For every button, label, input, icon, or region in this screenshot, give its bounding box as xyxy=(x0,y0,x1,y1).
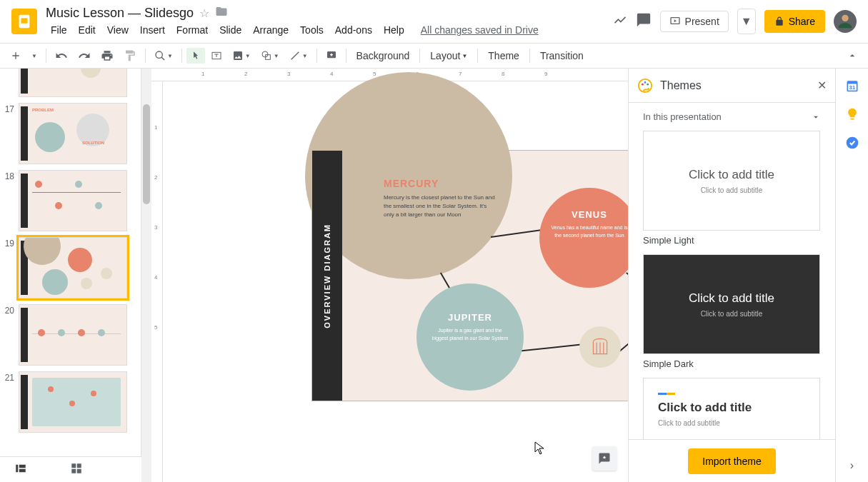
activity-icon[interactable] xyxy=(613,13,627,30)
present-dropdown[interactable]: ▼ xyxy=(737,9,756,34)
mercury-block[interactable]: MERCURY Mercury is the closest planet to… xyxy=(384,178,498,219)
slide-canvas[interactable]: 123456789 12345 OVERVIEW DIAGRAM MERCURY… xyxy=(141,69,628,482)
harp-icon[interactable] xyxy=(579,326,621,368)
svg-point-6 xyxy=(262,51,268,57)
share-label: Share xyxy=(789,16,815,27)
themes-panel: Themes ✕ In this presentation Click to a… xyxy=(628,69,835,482)
expand-panel-icon[interactable]: › xyxy=(850,459,854,472)
svg-point-4 xyxy=(156,51,162,58)
menu-bar: File Edit View Insert Format Slide Arran… xyxy=(46,21,613,39)
svg-rect-19 xyxy=(16,464,18,472)
menu-view[interactable]: View xyxy=(102,23,134,37)
present-button[interactable]: Present xyxy=(660,11,729,32)
menu-tools[interactable]: Tools xyxy=(295,23,329,37)
overview-sidebar: OVERVIEW DIAGRAM xyxy=(312,151,342,401)
in-this-presentation[interactable]: In this presentation xyxy=(629,103,835,131)
jupiter-title: JUPITER xyxy=(429,312,511,323)
svg-rect-21 xyxy=(19,468,26,472)
theme-option[interactable]: Click to add title Click to add subtitle xyxy=(643,378,820,439)
new-slide-dropdown[interactable]: ▼ xyxy=(27,50,41,62)
save-status[interactable]: All changes saved in Drive xyxy=(421,24,539,36)
venus-circle[interactable]: VENUS Venus has a beautiful name and is … xyxy=(539,188,628,288)
select-tool[interactable] xyxy=(186,48,205,64)
line-tool[interactable]: ▼ xyxy=(285,47,312,64)
tasks-icon[interactable] xyxy=(845,136,859,150)
comments-icon[interactable] xyxy=(636,12,652,31)
collapse-toolbar-button[interactable] xyxy=(842,47,862,64)
slide-thumb[interactable] xyxy=(19,304,127,366)
slide-thumb[interactable] xyxy=(19,170,127,231)
svg-point-12 xyxy=(642,83,644,85)
comment-tool[interactable] xyxy=(321,47,341,64)
theme-label: Simple Light xyxy=(643,235,821,246)
slide-thumb[interactable]: PROBLEM SOLUTION xyxy=(19,103,127,164)
mercury-title: MERCURY xyxy=(384,178,498,189)
slide-number: 19 xyxy=(3,237,19,298)
menu-insert[interactable]: Insert xyxy=(135,23,170,37)
redo-button[interactable] xyxy=(74,46,95,65)
slide-thumb[interactable] xyxy=(19,371,127,433)
zoom-button[interactable]: ▼ xyxy=(150,47,177,64)
slides-logo[interactable] xyxy=(11,9,37,34)
theme-simple-light[interactable]: Click to add title Click to add subtitle xyxy=(643,131,820,231)
menu-addons[interactable]: Add-ons xyxy=(330,23,377,37)
svg-rect-23 xyxy=(77,463,81,468)
layout-button[interactable]: Layout▼ xyxy=(424,47,473,64)
slide-thumb-selected[interactable] xyxy=(19,237,127,298)
import-theme-button[interactable]: Import theme xyxy=(688,448,775,474)
new-slide-button[interactable] xyxy=(6,47,26,64)
chevron-down-icon xyxy=(811,112,821,122)
explore-button[interactable] xyxy=(592,446,617,471)
undo-button[interactable] xyxy=(51,46,72,65)
image-tool[interactable]: ▼ xyxy=(228,47,255,64)
theme-button[interactable]: Theme xyxy=(482,47,525,64)
menu-help[interactable]: Help xyxy=(379,23,409,37)
folder-icon[interactable] xyxy=(215,5,228,21)
palette-icon xyxy=(637,78,653,94)
slide-number: 17 xyxy=(3,103,19,164)
present-label: Present xyxy=(685,16,719,27)
side-panel-dock: 31 › xyxy=(835,69,868,482)
paint-format-button[interactable] xyxy=(119,46,141,65)
svg-point-3 xyxy=(842,15,848,21)
theme-simple-dark[interactable]: Click to add title Click to add subtitle xyxy=(643,254,820,354)
menu-edit[interactable]: Edit xyxy=(74,23,101,37)
menu-format[interactable]: Format xyxy=(171,23,213,37)
star-icon[interactable]: ☆ xyxy=(199,6,209,20)
slide-content[interactable]: OVERVIEW DIAGRAM MERCURY Mercury is the … xyxy=(311,150,628,401)
slide-number: 21 xyxy=(3,371,19,433)
filmstrip-view-button[interactable] xyxy=(14,462,27,478)
slide-filmstrip[interactable]: 17 PROBLEM SOLUTION 18 19 xyxy=(0,69,141,482)
jupiter-circle[interactable]: JUPITER Jupiter is a gas giant and the b… xyxy=(416,283,524,391)
menu-arrange[interactable]: Arrange xyxy=(248,23,294,37)
venus-body: Venus has a beautiful name and is the se… xyxy=(549,224,628,239)
slide-number: 20 xyxy=(3,304,19,366)
transition-button[interactable]: Transition xyxy=(534,47,589,64)
grid-view-button[interactable] xyxy=(70,462,83,478)
svg-rect-25 xyxy=(77,468,81,473)
close-icon[interactable]: ✕ xyxy=(817,79,827,92)
vertical-ruler: 12345 xyxy=(151,81,163,482)
svg-rect-20 xyxy=(19,464,26,468)
svg-rect-1 xyxy=(21,18,27,23)
slide-thumb[interactable] xyxy=(19,69,127,97)
document-title[interactable]: Music Lesson — Slidesgo xyxy=(46,6,194,21)
svg-point-14 xyxy=(647,83,649,85)
menu-slide[interactable]: Slide xyxy=(214,23,246,37)
vertical-scrollbar[interactable] xyxy=(141,69,151,482)
textbox-tool[interactable] xyxy=(206,47,226,64)
jupiter-body: Jupiter is a gas giant and the biggest p… xyxy=(429,327,511,342)
svg-point-11 xyxy=(639,79,652,91)
user-avatar[interactable] xyxy=(834,10,857,33)
menu-file[interactable]: File xyxy=(46,23,72,37)
share-button[interactable]: Share xyxy=(764,10,825,33)
mercury-body: Mercury is the closest planet to the Sun… xyxy=(384,194,498,219)
venus-title: VENUS xyxy=(549,209,628,220)
calendar-icon[interactable]: 31 xyxy=(845,79,859,93)
shape-tool[interactable]: ▼ xyxy=(256,47,284,64)
keep-icon[interactable] xyxy=(845,107,859,121)
svg-rect-22 xyxy=(71,463,76,468)
background-button[interactable]: Background xyxy=(351,47,416,64)
svg-point-13 xyxy=(644,81,647,84)
print-button[interactable] xyxy=(96,46,118,65)
